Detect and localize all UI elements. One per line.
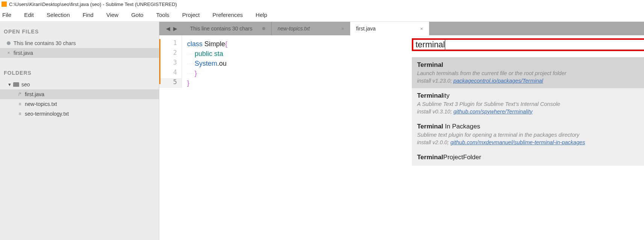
close-icon[interactable]: × <box>7 51 11 55</box>
menu-find[interactable]: Find <box>81 11 95 19</box>
result-title-rest: In Packages <box>443 123 480 130</box>
window-title: C:\Users\Kiran\Desktop\seo\first.java (s… <box>9 2 177 7</box>
line-number: 3 <box>159 59 181 68</box>
code-token: { <box>225 40 227 48</box>
open-file-label: This line contains 30 chars <box>14 40 76 46</box>
result-title-rest: ity <box>443 92 450 99</box>
menu-preferences[interactable]: Preferences <box>211 11 244 19</box>
palette-result-item[interactable]: Terminality A Sublime Text 3 Plugin for … <box>412 88 644 119</box>
tab[interactable]: This line contains 30 chars <box>184 22 271 35</box>
menu-project[interactable]: Project <box>181 11 201 19</box>
palette-result-item[interactable]: TerminalProjectFolder <box>412 150 644 166</box>
palette-result-item[interactable]: Terminal Launch terminals from the curre… <box>412 57 644 88</box>
file-text-icon: ≡ <box>17 111 23 116</box>
result-title-rest: ProjectFolder <box>443 154 481 161</box>
sidebar-file-item[interactable]: /* first.java <box>0 89 159 99</box>
folder-icon <box>13 82 19 87</box>
code-token: } <box>187 79 189 87</box>
open-file-item[interactable]: × first.java <box>0 48 159 58</box>
result-link[interactable]: packagecontrol.io/packages/Terminal <box>454 78 543 84</box>
result-install: install v2.0.0; <box>417 139 450 145</box>
line-number: 2 <box>159 49 181 59</box>
menu-file[interactable]: File <box>1 11 13 19</box>
result-link[interactable]: github.com/spywhere/Terminality <box>454 109 533 115</box>
result-title-match: Terminal <box>417 154 443 161</box>
line-number-gutter: 1 2 3 4 5 <box>159 35 182 88</box>
sidebar-file-item[interactable]: ≡ seo-terminology.txt <box>0 109 159 119</box>
modified-marker-icon <box>159 39 160 84</box>
menu-help[interactable]: Help <box>254 11 269 19</box>
result-title-match: Terminal <box>417 92 443 99</box>
command-palette: terminal <box>412 38 644 51</box>
sidebar-file-label: new-topics.txt <box>25 101 57 107</box>
tab-active[interactable]: first.java × <box>350 22 429 35</box>
code-token: .ou <box>217 60 227 67</box>
tab-label: first.java <box>356 26 376 32</box>
result-description: A Sublime Text 3 Plugin for Sublime Text… <box>417 101 644 107</box>
tab-label: This line contains 30 chars <box>190 26 252 32</box>
result-title-match: Terminal <box>417 123 443 130</box>
folder-row[interactable]: ▼ seo <box>0 80 159 89</box>
sidebar-file-label: first.java <box>25 91 44 97</box>
editor-area: ◀ ▶ This line contains 30 chars new-topi… <box>159 22 644 240</box>
result-link[interactable]: github.com/mxdevmanuel/sublime-terminal-… <box>450 139 585 145</box>
close-icon[interactable]: × <box>341 26 344 32</box>
tab-bar: ◀ ▶ This line contains 30 chars new-topi… <box>159 22 644 35</box>
sidebar: OPEN FILES This line contains 30 chars ×… <box>0 22 159 240</box>
result-install: install v1.23.0; <box>417 78 454 84</box>
sidebar-file-item[interactable]: ≡ new-topics.txt <box>0 99 159 109</box>
result-description: Sublime text plugin for opening a termin… <box>417 132 644 138</box>
file-code-icon: /* <box>17 92 23 97</box>
file-text-icon: ≡ <box>17 101 23 107</box>
menu-view[interactable]: View <box>105 11 120 19</box>
menu-tools[interactable]: Tools <box>155 11 171 19</box>
result-title-match: Terminal <box>417 61 443 68</box>
menu-selection[interactable]: Selection <box>45 11 71 19</box>
nav-back-icon[interactable]: ◀ <box>166 26 170 32</box>
command-palette-results: Terminal Launch terminals from the curre… <box>412 57 644 166</box>
result-description: Launch terminals from the current file o… <box>417 70 644 76</box>
folders-heading: FOLDERS <box>0 68 159 80</box>
code-token: sta <box>214 50 223 57</box>
folder-label: seo <box>21 82 30 88</box>
dirty-dot-icon <box>7 41 11 45</box>
code-token: Simple <box>204 40 225 48</box>
open-file-item[interactable]: This line contains 30 chars <box>0 38 159 48</box>
window-titlebar: C:\Users\Kiran\Desktop\seo\first.java (s… <box>0 0 644 8</box>
line-number: 4 <box>159 68 181 78</box>
command-palette-input[interactable]: terminal <box>416 40 445 50</box>
code-token: System <box>195 60 217 67</box>
palette-result-item[interactable]: Terminal In Packages Sublime text plugin… <box>412 119 644 150</box>
sidebar-file-label: seo-terminology.txt <box>25 111 69 117</box>
nav-forward-icon[interactable]: ▶ <box>173 26 177 32</box>
tab[interactable]: new-topics.txt × <box>271 22 350 35</box>
tab-label: new-topics.txt <box>278 26 310 32</box>
tab-nav-arrows: ◀ ▶ <box>159 26 184 32</box>
code-token: public <box>195 50 212 57</box>
open-file-label: first.java <box>14 50 33 56</box>
app-logo-icon <box>2 2 7 7</box>
text-caret-icon <box>445 40 445 50</box>
chevron-down-icon: ▼ <box>8 82 12 87</box>
menu-goto[interactable]: Goto <box>130 11 145 19</box>
line-number: 1 <box>159 39 181 49</box>
open-files-heading: OPEN FILES <box>0 27 159 38</box>
line-number: 5 <box>159 78 181 88</box>
menu-edit[interactable]: Edit <box>23 11 35 19</box>
menu-bar: File Edit Selection Find View Goto Tools… <box>0 8 644 22</box>
code-view[interactable]: class·Simple{ ····public·sta ····System.… <box>182 35 227 88</box>
dirty-dot-icon <box>262 27 265 30</box>
result-install: install v0.3.10; <box>417 109 454 115</box>
code-token: class <box>187 40 203 48</box>
close-icon[interactable]: × <box>420 26 423 32</box>
